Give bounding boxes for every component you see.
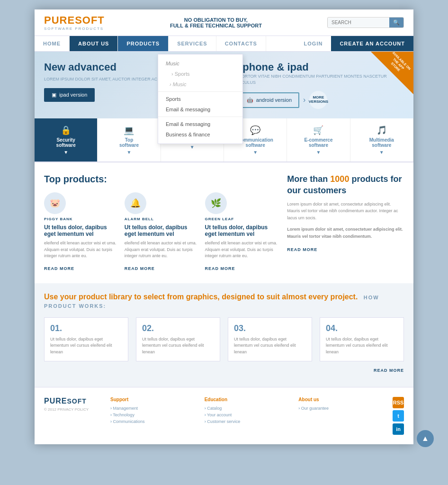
- stats-section: More than 1000 products for our customer…: [287, 174, 404, 272]
- ipad-button[interactable]: ▣ ipad version: [44, 88, 95, 102]
- footer-col-about: About us Our guarantee: [298, 397, 383, 413]
- step-2-num: 02.: [142, 323, 214, 333]
- footer-technology[interactable]: Technology: [110, 413, 195, 417]
- tab-multimedia[interactable]: 🎵 Multimediasoftware ▼: [350, 118, 413, 162]
- main-content: Top products: 🐷 PIGGY BANK Ut tellus dol…: [35, 162, 413, 283]
- piggy-text: eleifend elit lenean auctor wisi et uma.…: [44, 240, 117, 260]
- tagline-line2: FULL & FREE TECHNICAL SUPPORT: [170, 23, 262, 28]
- nav-services[interactable]: SERVICES: [169, 36, 216, 51]
- piggy-read-more[interactable]: READ MORE: [44, 266, 74, 271]
- nav-home[interactable]: HOME: [35, 36, 70, 51]
- dropdown-sports-sub[interactable]: › Sports: [158, 69, 242, 79]
- top-products: Top products: 🐷 PIGGY BANK Ut tellus dol…: [44, 174, 278, 272]
- nav-about[interactable]: ABOUT US: [70, 36, 118, 51]
- nav-contacts[interactable]: CONTACTS: [216, 36, 266, 51]
- alarm-text: eleifend elit lenean auctor wisi et uma.…: [125, 240, 197, 260]
- product-card-alarm: 🔔 ALARM BELL Ut tellus dolor, dapibus eg…: [125, 192, 197, 272]
- dropdown-email1[interactable]: Email & messaging: [158, 104, 242, 115]
- stats-text1: Lorem ipsum dolor sit amet, consectetur …: [287, 201, 404, 221]
- tab-security[interactable]: 🔒 Securitysoftware ▼: [35, 118, 98, 162]
- nav-right: LOGIN CREATE AN ACCOUNT: [296, 36, 413, 51]
- leaf-text: eleifend elit lenean auctor wisi et uma.…: [205, 240, 278, 260]
- step-1-num: 01.: [50, 323, 122, 333]
- piggy-title: Ut tellus dolor, dapibus eget lementum v…: [44, 224, 117, 237]
- alarm-icon: 🔔: [125, 192, 146, 214]
- step-3-text: Ut tellus dolor, dapibus eget lementum v…: [234, 336, 306, 356]
- step-1: 01. Ut tellus dolor, dapibus eget lement…: [44, 317, 128, 362]
- nav-login[interactable]: LOGIN: [296, 36, 332, 51]
- footer-col-education: Education Catalog Your account Customer …: [205, 397, 289, 426]
- social-linkedin-icon[interactable]: in: [393, 423, 404, 435]
- step-4-text: Ut tellus dolor, dapibus eget lementum v…: [326, 336, 398, 356]
- header-tagline: NO OBLIGATION TO BUY, FULL & FREE TECHNI…: [170, 17, 262, 28]
- stats-text2: Lorem ipsum dolor sit amet, consectetuer…: [287, 226, 404, 240]
- leaf-icon: 🌿: [205, 192, 227, 214]
- tagline-line1: NO OBLIGATION TO BUY,: [170, 17, 262, 23]
- piggy-label: PIGGY BANK: [44, 217, 117, 221]
- footer-col-support: Support Management Technology Communicat…: [110, 397, 195, 426]
- dropdown-music[interactable]: Music: [158, 58, 242, 69]
- stats-read-more[interactable]: READ MORE: [287, 247, 317, 252]
- nav-create-account[interactable]: CREATE AN ACCOUNT: [331, 36, 413, 51]
- product-card-leaf: 🌿 GREEN LEAF Ut tellus dolor, dapibus eg…: [205, 192, 278, 272]
- products-grid: 🐷 PIGGY BANK Ut tellus dolor, dapibus eg…: [44, 192, 278, 272]
- logo-main: Pure: [44, 14, 75, 26]
- leaf-read-more[interactable]: READ MORE: [205, 266, 235, 271]
- search-button[interactable]: 🔍: [389, 18, 403, 27]
- footer-catalog[interactable]: Catalog: [205, 406, 289, 411]
- step-4-num: 04.: [326, 323, 398, 333]
- logo-sub: SOFTWARE PRODUCTS: [44, 27, 105, 31]
- alarm-label: ALARM BELL: [125, 217, 197, 221]
- dropdown-sports[interactable]: Sports: [158, 94, 242, 104]
- app-store-badge: AVAILABLE ON THE APP STORE: [371, 52, 413, 94]
- social-twitter-icon[interactable]: t: [393, 410, 404, 422]
- step-4: 04. Ut tellus dolor, dapibus eget lement…: [320, 317, 404, 362]
- leaf-title: Ut tellus dolor, dapibus eget lementum v…: [205, 224, 278, 237]
- footer-education-title: Education: [205, 397, 289, 402]
- social-rss-icon[interactable]: RSS: [393, 397, 404, 408]
- footer-management[interactable]: Management: [110, 406, 195, 411]
- footer-our-guarantee[interactable]: Our guarantee: [298, 406, 383, 411]
- footer-about-title: About us: [298, 397, 383, 402]
- nav-bar: HOME ABOUT US PRODUCTS SERVICES CONTACTS…: [35, 36, 413, 52]
- footer-communications[interactable]: Communications: [110, 419, 195, 424]
- multimedia-icon: 🎵: [354, 125, 409, 135]
- top-products-title: Top products:: [44, 174, 278, 185]
- nav-products[interactable]: PRODUCTS: [118, 36, 169, 51]
- dropdown-menu: Music › Sports › Music Sports Email & me…: [158, 54, 243, 144]
- step-3: 03. Ut tellus dolor, dapibus eget lement…: [228, 317, 312, 362]
- how-title-area: Use your product library to select from …: [44, 293, 404, 310]
- logo: PureSOFT SOFTWARE PRODUCTS: [44, 14, 105, 31]
- alarm-title: Ut tellus dolor, dapibus eget lementum v…: [125, 224, 197, 237]
- footer-social: RSS t in: [393, 397, 404, 435]
- footer-your-account[interactable]: Your account: [205, 413, 289, 417]
- footer-customer-service[interactable]: Customer service: [205, 419, 289, 424]
- next-icon[interactable]: ›: [303, 96, 305, 104]
- search-input[interactable]: [328, 18, 389, 27]
- dropdown-business[interactable]: Business & finance: [158, 129, 242, 140]
- alarm-read-more[interactable]: READ MORE: [125, 266, 155, 271]
- how-read-more-link[interactable]: READ MORE: [374, 368, 404, 373]
- top-icon: 💻: [101, 125, 156, 135]
- step-2: 02. Ut tellus dolor, dapibus eget lement…: [136, 317, 220, 362]
- tab-top[interactable]: 💻 Topsoftware ▼: [98, 118, 161, 162]
- scroll-to-top[interactable]: ▲: [417, 430, 434, 447]
- footer-support-title: Support: [110, 397, 195, 402]
- tab-ecommerce[interactable]: 🛒 E-commercesoftware ▼: [287, 118, 350, 162]
- search-box[interactable]: 🔍: [327, 17, 404, 28]
- android-icon: 🤖: [247, 97, 253, 103]
- dropdown-email2[interactable]: Email & messaging: [158, 119, 242, 129]
- more-versions-button[interactable]: MORE VERSIONS: [309, 91, 327, 109]
- leaf-label: GREEN LEAF: [205, 217, 278, 221]
- logo-text: PureSOFT: [44, 14, 105, 27]
- footer-logo-text: Puresoft: [44, 397, 101, 405]
- security-icon: 🔒: [38, 125, 93, 135]
- piggy-icon: 🐷: [44, 192, 66, 214]
- logo-soft: SOFT: [75, 14, 105, 26]
- footer-logo: Puresoft © 2012 PRIVACY POLICY: [44, 397, 101, 412]
- android-button[interactable]: 🤖 android version: [239, 92, 299, 108]
- dropdown-music-sub[interactable]: › Music: [158, 79, 242, 90]
- ipad-icon: ▣: [52, 92, 56, 98]
- step-1-text: Ut tellus dolor, dapibus eget lementum v…: [50, 336, 122, 356]
- step-2-text: Ut tellus dolor, dapibus eget lementum v…: [142, 336, 214, 356]
